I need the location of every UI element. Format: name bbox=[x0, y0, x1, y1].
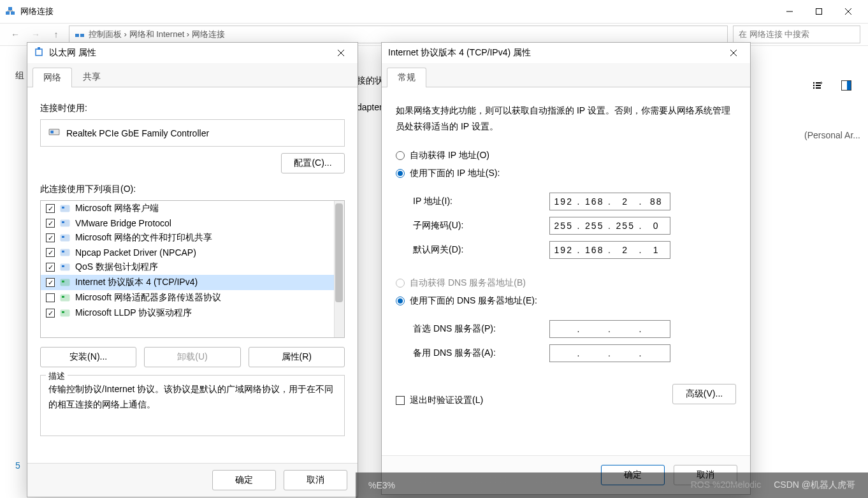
tab-network[interactable]: 网络 bbox=[33, 68, 72, 87]
list-item[interactable]: Microsoft 网络客户端 bbox=[41, 201, 344, 216]
ip-address-input[interactable]: 192.168.2.88 bbox=[549, 193, 670, 210]
ip-octet[interactable]: 0 bbox=[643, 221, 670, 231]
up-button[interactable]: ↑ bbox=[48, 29, 64, 40]
radio-auto-dns: 自动获得 DNS 服务器地址(B) bbox=[396, 277, 736, 289]
ip-octet[interactable]: 2 bbox=[612, 245, 639, 255]
svg-rect-17 bbox=[50, 131, 54, 134]
list-item[interactable]: Microsoft 网络适配器多路传送器协议 bbox=[41, 290, 344, 305]
checkbox-icon[interactable] bbox=[46, 278, 55, 287]
minimize-button[interactable] bbox=[775, 1, 804, 22]
breadcrumb[interactable]: 控制面板 › 网络和 Internet › 网络连接 bbox=[69, 26, 728, 43]
ip-octet[interactable]: 168 bbox=[581, 196, 609, 207]
checkbox-icon[interactable] bbox=[46, 248, 55, 257]
list-item-label: Microsoft 网络客户端 bbox=[75, 203, 159, 214]
adapter-display: Realtek PCIe GbE Family Controller bbox=[40, 119, 345, 147]
svg-point-8 bbox=[813, 87, 814, 89]
radio-auto-ip[interactable]: 自动获得 IP 地址(O) bbox=[396, 150, 736, 161]
dot-separator: . bbox=[639, 348, 643, 358]
maximize-button[interactable] bbox=[804, 1, 834, 22]
svg-rect-14 bbox=[36, 49, 42, 55]
list-item[interactable]: Npcap Packet Driver (NPCAP) bbox=[41, 245, 344, 260]
checkbox-icon[interactable] bbox=[46, 309, 55, 318]
list-item[interactable]: VMware Bridge Protocol bbox=[41, 216, 344, 230]
checkbox-icon[interactable] bbox=[46, 293, 55, 302]
ip-octet[interactable]: 255 bbox=[550, 221, 577, 231]
tab-general[interactable]: 常规 bbox=[387, 68, 426, 87]
checkbox-icon[interactable] bbox=[46, 219, 55, 228]
checkbox-icon bbox=[396, 396, 405, 405]
ip-octet[interactable]: 88 bbox=[643, 196, 670, 207]
protocol-icon bbox=[60, 309, 70, 318]
description-text: 传输控制协议/Internet 协议。该协议是默认的广域网络协议，用于在不同的相… bbox=[48, 384, 333, 409]
ip-octet[interactable]: 255 bbox=[612, 221, 639, 231]
list-item[interactable]: QoS 数据包计划程序 bbox=[41, 260, 344, 275]
svg-rect-15 bbox=[38, 47, 40, 50]
validate-checkbox[interactable]: 退出时验证设置(L) bbox=[396, 395, 483, 406]
radio-icon bbox=[396, 297, 405, 305]
install-button[interactable]: 安装(N)... bbox=[40, 347, 136, 367]
list-item-label: Microsoft 网络适配器多路传送器协议 bbox=[75, 292, 221, 304]
search-placeholder: 在 网络连接 中搜索 bbox=[739, 29, 809, 40]
gateway-input[interactable]: 192.168.2.1 bbox=[549, 241, 670, 259]
list-item[interactable]: Microsoft 网络的文件和打印机共享 bbox=[41, 230, 344, 245]
eth-tabs: 网络 共享 bbox=[27, 63, 358, 87]
nic-icon bbox=[48, 126, 60, 140]
watermark-mid: ROS %20Melodic bbox=[691, 480, 762, 490]
list-item[interactable]: Internet 协议版本 4 (TCP/IPv4) bbox=[41, 275, 344, 290]
dot-separator: . bbox=[608, 324, 612, 334]
svg-rect-5 bbox=[80, 34, 84, 37]
preview-pane-button[interactable] bbox=[837, 77, 855, 94]
protocol-icon bbox=[60, 278, 70, 287]
radio-manual-ip-label: 使用下面的 IP 地址(S): bbox=[410, 168, 500, 179]
watermark-strip: %E3% ROS %20MelodicCSDN @机器人虎哥 bbox=[356, 472, 868, 498]
hidden-text-status: 接的状 bbox=[357, 75, 384, 87]
subnet-mask-label: 子网掩码(U): bbox=[413, 220, 540, 231]
eth-close-button[interactable] bbox=[331, 44, 351, 62]
checkbox-icon[interactable] bbox=[46, 204, 55, 213]
close-button[interactable] bbox=[834, 1, 863, 22]
properties-button[interactable]: 属性(R) bbox=[249, 347, 345, 367]
checkbox-icon[interactable] bbox=[46, 263, 55, 272]
ipv4-tabs: 常规 bbox=[382, 63, 750, 87]
eth-cancel-button[interactable]: 取消 bbox=[284, 470, 347, 490]
view-options-button[interactable] bbox=[808, 77, 826, 94]
ip-address-label: IP 地址(I): bbox=[413, 196, 540, 207]
list-item[interactable]: Microsoft LLDP 协议驱动程序 bbox=[41, 305, 344, 321]
radio-manual-dns[interactable]: 使用下面的 DNS 服务器地址(E): bbox=[396, 295, 736, 307]
list-item-label: QoS 数据包计划程序 bbox=[75, 261, 158, 273]
ip-octet[interactable]: 2 bbox=[612, 196, 639, 207]
radio-manual-ip[interactable]: 使用下面的 IP 地址(S): bbox=[396, 168, 736, 179]
network-icon bbox=[5, 6, 15, 17]
tab-share[interactable]: 共享 bbox=[72, 67, 112, 87]
ip-octet[interactable]: 255 bbox=[581, 221, 609, 231]
uninstall-button[interactable]: 卸载(U) bbox=[144, 347, 240, 367]
svg-rect-1 bbox=[11, 11, 15, 15]
ip-octet[interactable]: 168 bbox=[581, 245, 609, 255]
svg-rect-4 bbox=[75, 34, 79, 37]
protocol-icon bbox=[60, 263, 70, 272]
advanced-button[interactable]: 高级(V)... bbox=[672, 384, 736, 404]
svg-rect-3 bbox=[816, 9, 822, 15]
svg-rect-33 bbox=[62, 311, 64, 313]
watermark-right: CSDN @机器人虎哥 bbox=[774, 480, 855, 490]
checkbox-icon[interactable] bbox=[46, 233, 55, 242]
dns1-input[interactable]: ... bbox=[549, 320, 670, 338]
ip-octet[interactable]: 192 bbox=[550, 196, 577, 207]
eth-ok-button[interactable]: 确定 bbox=[212, 470, 276, 490]
search-input[interactable]: 在 网络连接 中搜索 bbox=[733, 26, 860, 43]
item-count: 5 bbox=[15, 460, 20, 471]
list-scrollbar[interactable] bbox=[334, 201, 344, 337]
back-button[interactable]: ← bbox=[8, 29, 23, 40]
ip-octet[interactable]: 192 bbox=[550, 245, 577, 255]
ip-octet[interactable]: 1 bbox=[643, 245, 670, 255]
subnet-mask-input[interactable]: 255.255.255.0 bbox=[549, 217, 670, 235]
list-item-label: Microsoft LLDP 协议驱动程序 bbox=[75, 307, 192, 319]
svg-rect-29 bbox=[62, 281, 64, 282]
protocol-list[interactable]: Microsoft 网络客户端VMware Bridge ProtocolMic… bbox=[40, 200, 345, 338]
truncated-label: 组 bbox=[15, 70, 24, 82]
dns2-input[interactable]: ... bbox=[549, 344, 670, 362]
forward-button[interactable]: → bbox=[28, 29, 43, 40]
radio-icon bbox=[396, 279, 405, 288]
configure-button[interactable]: 配置(C)... bbox=[281, 153, 345, 173]
ipv4-close-button[interactable] bbox=[723, 44, 744, 62]
